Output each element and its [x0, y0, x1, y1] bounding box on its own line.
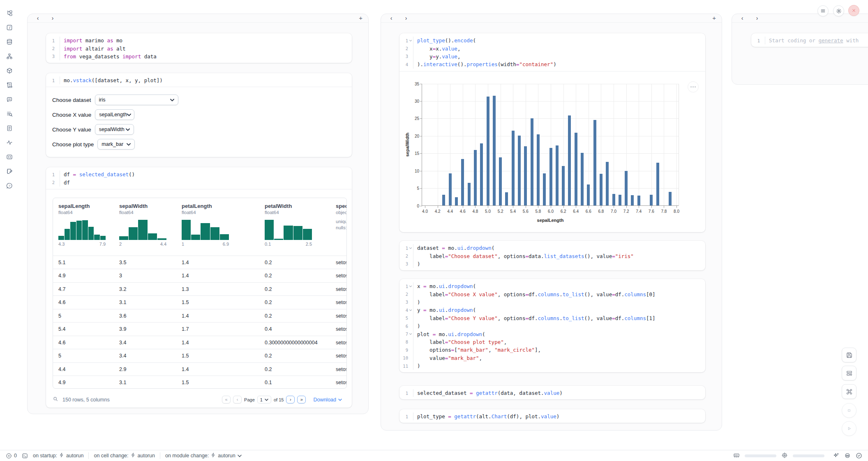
column-scroll-right-button[interactable]: › [403, 15, 409, 21]
help-icon[interactable]: ? [6, 182, 13, 189]
datasources-icon[interactable] [6, 39, 13, 45]
runtime-config-1[interactable]: on startup:autorun [33, 452, 83, 459]
scratchpad-icon[interactable] [6, 168, 13, 175]
code-editor[interactable]: 1dataset = mo.ui.dropdown(2 label="Choos… [399, 241, 705, 270]
last-page-button[interactable]: » [297, 396, 306, 403]
generate-with-ai-link[interactable]: generate [818, 37, 843, 44]
code-editor[interactable]: 1selected_dataset = getattr(data, datase… [399, 386, 705, 399]
add-column-button[interactable]: + [359, 15, 362, 21]
code-editor[interactable]: 1import marimo as mo2import altair as al… [46, 33, 352, 63]
code-fold-chevron-icon[interactable] [408, 39, 413, 42]
first-page-button[interactable]: « [222, 396, 231, 403]
code-fold-chevron-icon[interactable] [408, 332, 413, 336]
add-column-button[interactable]: + [712, 15, 716, 21]
layout-toggle-button[interactable] [842, 366, 856, 380]
table-row[interactable]: 53.61.40.2setosa [53, 309, 346, 323]
column-header-species[interactable]: speciesobjectunique:nulls: [336, 203, 347, 256]
table-row[interactable]: 53.41.50.2setosa [53, 349, 346, 362]
column-scroll-left-button[interactable]: ‹ [739, 15, 745, 21]
line-number: 1 [399, 414, 408, 419]
dropdown-label: Choose plot type [52, 141, 94, 148]
stop-kernel-button[interactable] [842, 403, 856, 418]
code-editor[interactable]: 1 Start coding or generate with [751, 33, 868, 47]
code-editor[interactable]: 1plot_type().encode(2 x=x.value,3 y=y.va… [399, 33, 705, 71]
column-header-petalWidth[interactable]: petalWidthfloat640.12.5 [265, 203, 336, 256]
chevron-down-icon [170, 99, 174, 101]
logs-search-icon[interactable] [6, 111, 13, 117]
table-row[interactable]: 4.42.91.40.2setosa [53, 362, 346, 376]
ram-icon [733, 452, 740, 460]
settings-gear-button[interactable] [833, 5, 844, 16]
cell-new-empty: 1 Start coding or generate with [751, 33, 868, 47]
code-fold-chevron-icon[interactable] [408, 247, 413, 250]
page-select[interactable]: 1 [257, 396, 271, 403]
code-editor[interactable]: 1mo.vstack([dataset, x, y, plot]) [46, 73, 352, 87]
scripts-icon[interactable] [6, 82, 13, 88]
column-scroll-right-button[interactable]: › [50, 15, 55, 21]
error-count-button[interactable]: 0 [6, 453, 17, 459]
table-row[interactable]: 4.93.11.50.1setosa [53, 376, 346, 389]
documentation-icon[interactable] [6, 125, 13, 131]
dependency-graph-icon[interactable] [6, 53, 13, 60]
column-header-sepalWidth[interactable]: sepalWidthfloat6424.4 [119, 203, 182, 256]
runtime-config-3[interactable]: on module change:autorun [165, 452, 242, 459]
table-row[interactable]: 4.73.21.30.2setosa [53, 282, 346, 296]
column-header-sepalLength[interactable]: sepalLengthfloat644.37.9 [58, 203, 119, 256]
runtime-config-2[interactable]: on cell change:autorun [94, 452, 155, 459]
dropdown-select-iris[interactable]: iris [95, 95, 178, 105]
line-number: 1 [46, 78, 55, 83]
line-number: 1 [46, 38, 55, 43]
line-number: 5 [399, 316, 408, 320]
search-icon[interactable] [53, 396, 58, 403]
packages-icon[interactable] [6, 67, 13, 74]
chart-bar [656, 163, 659, 205]
table-row[interactable]: 4.63.11.50.2setosa [53, 295, 346, 309]
copilot-button[interactable] [844, 452, 851, 459]
snippets-icon[interactable] [6, 154, 13, 160]
notebook-f-icon[interactable]: f [6, 24, 13, 31]
prev-page-button[interactable]: ‹ [233, 396, 242, 403]
terminal-button[interactable] [22, 453, 28, 459]
command-palette-button[interactable] [842, 384, 856, 399]
file-tree-icon[interactable] [6, 10, 13, 16]
chart-bar [524, 146, 527, 205]
code-fold-chevron-icon[interactable] [408, 309, 413, 312]
chart-bar [556, 145, 559, 205]
dropdown-select-mark_bar[interactable]: mark_bar [97, 139, 135, 150]
line-number: 3 [399, 261, 408, 266]
notebook-menu-button[interactable] [817, 5, 829, 16]
code-fold-chevron-icon[interactable] [408, 285, 413, 288]
download-button[interactable]: Download [313, 397, 342, 403]
ai-sparkles-button[interactable] [833, 452, 839, 459]
chart-bar [612, 194, 615, 205]
dropdown-select-sepalWidth[interactable]: sepalWidth [95, 124, 134, 135]
table-row[interactable]: 4.63.41.40.30000000000000004setosa [53, 336, 346, 349]
code-editor[interactable]: 1x = mo.ui.dropdown(2 label="Choose X va… [399, 279, 705, 372]
column-scroll-left-button[interactable]: ‹ [388, 15, 394, 21]
chart-bar [543, 173, 546, 205]
line-number: 8 [399, 339, 408, 344]
tracing-icon[interactable] [6, 139, 13, 146]
cell-vstack: 1mo.vstack([dataset, x, y, plot]) Choose… [46, 73, 352, 157]
runtime-status-button[interactable] [856, 452, 862, 459]
column-header-petalLength[interactable]: petalLengthfloat6416.9 [182, 203, 265, 256]
table-row[interactable]: 5.43.91.70.4setosa [53, 322, 346, 336]
chart-bar [549, 148, 552, 205]
altair-bar-chart[interactable]: sepalLength sepalWidth 051015202530354.0… [422, 84, 679, 206]
editor-placeholder: Start coding or [769, 37, 818, 44]
chart-bar [568, 115, 571, 205]
table-row[interactable]: 5.13.51.40.2setosa [53, 256, 346, 269]
shutdown-close-button[interactable] [848, 5, 859, 16]
column-scroll-right-button[interactable]: › [754, 15, 760, 21]
code-editor[interactable]: 1df = selected_dataset()2df [46, 167, 352, 189]
run-all-button[interactable] [842, 421, 856, 436]
dropdown-select-sepalLength[interactable]: sepalLength [95, 109, 134, 120]
column-scroll-left-button[interactable]: ‹ [35, 15, 41, 21]
chart-actions-button[interactable] [688, 81, 699, 92]
next-page-button[interactable]: › [286, 396, 295, 403]
save-notebook-button[interactable] [842, 348, 856, 362]
chat-bot-icon[interactable] [6, 96, 13, 103]
code-editor[interactable]: 1plot_type = getattr(alt.Chart(df), plot… [399, 409, 705, 423]
cell-dataframe: 1df = selected_dataset()2df sepalLengthf… [46, 167, 352, 408]
table-row[interactable]: 4.931.40.2setosa [53, 269, 346, 282]
